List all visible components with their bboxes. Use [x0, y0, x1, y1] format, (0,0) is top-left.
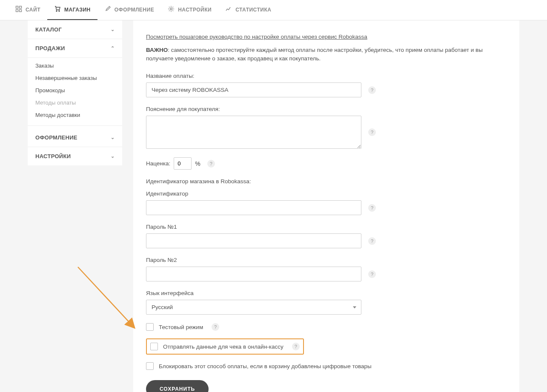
- nav-design[interactable]: ОФОРМЛЕНИЕ: [97, 0, 161, 20]
- chevron-down-icon: ⌄: [111, 27, 115, 32]
- svg-rect-0: [16, 6, 18, 9]
- help-icon[interactable]: ?: [368, 237, 376, 245]
- identifier-input[interactable]: [146, 200, 361, 215]
- nav-label: ОФОРМЛЕНИЕ: [115, 7, 154, 13]
- main-panel: Посмотреть пошаговое руководство по наст…: [133, 20, 519, 392]
- important-bold: ВАЖНО: [146, 47, 168, 53]
- nav-label: НАСТРОЙКИ: [178, 7, 212, 13]
- nav-shop[interactable]: МАГАЗИН: [47, 0, 97, 20]
- test-mode-checkbox[interactable]: [146, 323, 154, 331]
- cart-icon: [54, 6, 61, 14]
- highlighted-option: Отправлять данные для чека в онлайн-касс…: [146, 338, 304, 355]
- markup-label: Наценка:: [146, 160, 170, 167]
- chevron-down-icon: ⌄: [111, 135, 115, 140]
- password1-label: Пароль №1: [146, 224, 507, 230]
- section-label: ПРОДАЖИ: [35, 45, 65, 51]
- chart-icon: [225, 6, 232, 14]
- nav-label: САЙТ: [26, 7, 40, 13]
- gear-icon: [168, 6, 175, 14]
- sidebar-item-shipping-methods[interactable]: Методы доставки: [28, 109, 122, 121]
- description-label: Пояснение для покупателя:: [146, 106, 507, 112]
- help-link[interactable]: Посмотреть пошаговое руководство по наст…: [146, 34, 367, 40]
- description-input[interactable]: [146, 116, 361, 149]
- block-digital-checkbox[interactable]: [146, 362, 154, 370]
- nav-label: МАГАЗИН: [64, 7, 91, 13]
- divider: [28, 125, 122, 126]
- help-icon[interactable]: ?: [368, 204, 376, 212]
- test-mode-label[interactable]: Тестовый режим: [159, 324, 203, 330]
- sidebar-item-abandoned[interactable]: Незавершенные заказы: [28, 72, 122, 84]
- help-icon[interactable]: ?: [368, 128, 376, 136]
- sidebar-item-promo[interactable]: Промокоды: [28, 84, 122, 97]
- payment-name-label: Название оплаты:: [146, 73, 507, 79]
- top-nav: САЙТ МАГАЗИН ОФОРМЛЕНИЕ НАСТРОЙКИ СТАТИС…: [0, 0, 547, 20]
- svg-point-6: [170, 8, 172, 10]
- password1-input[interactable]: [146, 233, 361, 248]
- sidebar-item-payment-methods[interactable]: Методы оплаты: [28, 97, 122, 109]
- chevron-down-icon: ⌄: [111, 153, 115, 159]
- chevron-up-icon: ⌃: [111, 45, 115, 51]
- annotation-arrow-icon: [74, 263, 142, 339]
- sidebar-item-orders[interactable]: Заказы: [28, 60, 122, 72]
- markup-input[interactable]: [174, 157, 192, 170]
- section-label: КАТАЛОГ: [35, 26, 62, 33]
- sidebar: КАТАЛОГ ⌄ ПРОДАЖИ ⌃ Заказы Незавершенные…: [28, 20, 122, 165]
- send-check-label[interactable]: Отправлять данные для чека в онлайн-касс…: [163, 344, 284, 350]
- payment-name-input[interactable]: [146, 82, 361, 97]
- svg-line-7: [78, 267, 133, 327]
- identifier-label: Идентификатор: [146, 190, 507, 197]
- help-icon[interactable]: ?: [212, 323, 219, 331]
- percent-sign: %: [195, 160, 200, 167]
- help-icon[interactable]: ?: [292, 343, 300, 350]
- svg-point-4: [56, 11, 57, 11]
- block-digital-label[interactable]: Блокировать этот способ оплаты, если в к…: [159, 363, 372, 369]
- nav-stats[interactable]: СТАТИСТИКА: [218, 0, 278, 20]
- sidebar-section-settings[interactable]: НАСТРОЙКИ ⌄: [28, 147, 122, 165]
- send-check-checkbox[interactable]: [150, 343, 158, 350]
- sidebar-subitems: Заказы Незавершенные заказы Промокоды Ме…: [28, 58, 122, 123]
- svg-rect-2: [16, 10, 18, 12]
- svg-point-5: [59, 11, 60, 11]
- language-label: Язык интерфейса: [146, 290, 507, 296]
- grid-icon: [15, 6, 22, 14]
- important-notice: ВАЖНО: самостоятельно протестируйте кажд…: [146, 46, 507, 62]
- section-label: ОФОРМЛЕНИЕ: [35, 134, 77, 141]
- help-icon[interactable]: ?: [207, 160, 215, 168]
- brush-icon: [104, 6, 111, 14]
- svg-rect-3: [20, 10, 22, 12]
- password2-label: Пароль №2: [146, 257, 507, 263]
- sidebar-section-sales[interactable]: ПРОДАЖИ ⌃: [28, 39, 122, 58]
- language-select[interactable]: Русский: [146, 300, 361, 315]
- svg-rect-1: [20, 6, 22, 9]
- store-id-heading: Идентификатор магазина в Robokassa:: [146, 178, 507, 185]
- nav-site[interactable]: САЙТ: [9, 0, 47, 20]
- help-icon[interactable]: ?: [368, 86, 376, 94]
- nav-settings[interactable]: НАСТРОЙКИ: [161, 0, 218, 20]
- password2-input[interactable]: [146, 267, 361, 281]
- help-icon[interactable]: ?: [368, 270, 376, 278]
- important-text: : самостоятельно протестируйте каждый ме…: [146, 47, 483, 62]
- sidebar-section-catalog[interactable]: КАТАЛОГ ⌄: [28, 20, 122, 39]
- sidebar-section-design[interactable]: ОФОРМЛЕНИЕ ⌄: [28, 128, 122, 147]
- section-label: НАСТРОЙКИ: [35, 153, 71, 159]
- nav-label: СТАТИСТИКА: [235, 7, 271, 13]
- save-button[interactable]: СОХРАНИТЬ: [146, 380, 209, 392]
